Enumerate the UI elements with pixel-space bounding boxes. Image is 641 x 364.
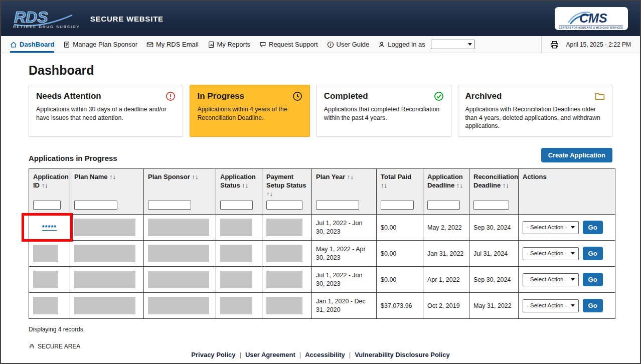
nav-item-my-rds-email[interactable]: My RDS Email (146, 36, 199, 53)
redacted-value (148, 271, 209, 288)
filter-total-paid-input[interactable] (381, 201, 414, 210)
application-id-link[interactable]: ***** (42, 224, 57, 231)
card-description: Applications with Reconciliation Deadlin… (465, 105, 605, 130)
nav-item-user-guide[interactable]: User Guide (327, 36, 370, 53)
footer-link-accessibility[interactable]: Accessibility (305, 351, 345, 358)
sort-icon[interactable]: ↑↓ (266, 190, 273, 198)
column-header-total-paid[interactable]: Total Paid ↑↓ (377, 168, 423, 199)
clipboard-icon (63, 41, 70, 48)
filter-plan-sponsor-input[interactable] (148, 201, 191, 210)
sort-icon[interactable]: ↑↓ (503, 181, 509, 189)
action-select[interactable]: - Select Action - (523, 299, 579, 312)
table-row: Jan 1, 2020 - Dec 31, 2020 $37,073.96 Oc… (29, 293, 615, 319)
redacted-value (266, 297, 302, 314)
redacted-value (33, 271, 58, 288)
card-in-progress[interactable]: In Progress Applications within 4 years … (190, 85, 309, 137)
column-header-application-deadline[interactable]: Application Deadline ↑↓ (423, 168, 469, 199)
column-header-application-id[interactable]: Application ID ↑↓ (29, 168, 70, 199)
support-icon (259, 41, 266, 48)
filter-application-status-input[interactable] (220, 201, 253, 210)
footer-separator: | (299, 351, 301, 358)
cell-reconciliation-deadline: Sep 30, 2024 (469, 267, 519, 293)
home-icon (10, 41, 17, 48)
filter-payment-setup-status-input[interactable] (266, 201, 302, 210)
column-label: Reconciliation Deadline (473, 173, 518, 189)
sort-icon[interactable]: ↑↓ (456, 181, 463, 189)
column-label: Application Status (220, 173, 256, 189)
column-label: Total Paid (381, 173, 411, 180)
cell-payment-setup-status (262, 267, 312, 293)
nav-item-label: Request Support (269, 41, 318, 48)
cell-application-id: ***** (29, 215, 70, 241)
column-header-reconciliation-deadline[interactable]: Reconciliation Deadline ↑↓ (469, 168, 519, 199)
cell-reconciliation-deadline: Sep 30, 2024 (469, 215, 519, 241)
cell-plan-name (70, 241, 144, 267)
cell-application-status (216, 215, 262, 241)
nav-bar: DashBoard Manage Plan Sponsor My RDS Ema… (1, 36, 640, 53)
redacted-value (220, 297, 252, 314)
redacted-value (220, 219, 252, 236)
footer-link-user-agreement[interactable]: User Agreement (245, 351, 295, 358)
column-header-payment-setup-status[interactable]: Payment Setup Status ↑↓ (262, 168, 312, 199)
filter-application-deadline-input[interactable] (427, 201, 460, 210)
caret-down-icon (571, 304, 575, 307)
action-select[interactable]: - Select Action - (523, 273, 579, 286)
filter-plan-year-input[interactable] (316, 201, 359, 210)
cell-payment-setup-status (262, 241, 312, 267)
report-icon (208, 41, 215, 48)
printer-icon[interactable] (550, 40, 559, 49)
action-select[interactable]: - Select Action - (523, 221, 579, 234)
nav-item-my-reports[interactable]: My Reports (208, 36, 250, 53)
go-button[interactable]: Go (583, 273, 603, 286)
go-button[interactable]: Go (583, 221, 603, 234)
action-select[interactable]: - Select Action - (523, 247, 579, 260)
action-select-value: - Select Action - (527, 302, 567, 310)
go-button[interactable]: Go (583, 299, 603, 312)
nav-item-request-support[interactable]: Request Support (259, 36, 318, 53)
filter-reconciliation-deadline-input[interactable] (473, 201, 509, 210)
redacted-value (33, 297, 58, 314)
redacted-value (266, 271, 302, 288)
card-archived[interactable]: Archived Applications with Reconciliatio… (458, 85, 612, 137)
card-description: Applications within 30 days of a deadlin… (36, 105, 176, 122)
card-description: Applications within 4 years of the Recon… (197, 105, 302, 122)
footer-link-vulnerability-disclosure-policy[interactable]: Vulnerability Disclosure Policy (355, 351, 450, 358)
redacted-value (266, 219, 302, 236)
column-header-plan-year[interactable]: Plan Year ↑↓ (312, 168, 377, 199)
cms-tagline: CENTERS FOR MEDICARE & MEDICAID SERVICES (559, 26, 623, 29)
nav-item-manage-plan-sponsor[interactable]: Manage Plan Sponsor (63, 36, 137, 53)
sort-icon[interactable]: ↑↓ (192, 173, 198, 180)
column-header-plan-name[interactable]: Plan Name ↑↓ (70, 168, 144, 199)
filter-application-id-input[interactable] (33, 201, 61, 210)
sort-icon[interactable]: ↑↓ (381, 181, 387, 189)
nav-item-dashboard[interactable]: DashBoard (10, 36, 54, 53)
sort-icon[interactable]: ↑↓ (242, 181, 248, 189)
sort-icon[interactable]: ↑↓ (42, 181, 48, 189)
go-button[interactable]: Go (583, 247, 603, 260)
footer-link-privacy-policy[interactable]: Privacy Policy (191, 351, 235, 358)
filter-plan-name-input[interactable] (74, 201, 117, 210)
card-completed[interactable]: Completed Applications that completed Re… (316, 85, 451, 137)
cell-application-status (216, 241, 262, 267)
person-icon (378, 41, 385, 48)
redacted-value (266, 245, 302, 262)
create-application-button[interactable]: Create Application (541, 148, 612, 162)
sort-icon[interactable]: ↑↓ (109, 173, 116, 180)
cell-plan-sponsor (144, 293, 216, 319)
logged-in-user-select[interactable] (431, 40, 475, 49)
cell-plan-year: Jul 1, 2022 - Jun 30, 2023 (312, 215, 377, 241)
cell-application-id (29, 241, 70, 267)
redacted-value (220, 271, 252, 288)
cell-total-paid: $0.00 (377, 215, 423, 241)
card-needs-attention[interactable]: Needs Attention Applications within 30 d… (29, 85, 183, 137)
cell-total-paid: $0.00 (377, 267, 423, 293)
sort-icon[interactable]: ↑↓ (347, 173, 354, 180)
column-header-plan-sponsor[interactable]: Plan Sponsor ↑↓ (144, 168, 216, 199)
nav-item-label: My RDS Email (156, 41, 199, 48)
table-row: Jul 1, 2022 - Jun 30, 2023 $0.00 Apr 1, … (29, 267, 615, 293)
card-title: Completed (324, 91, 368, 101)
column-header-application-status[interactable]: Application Status ↑↓ (216, 168, 262, 199)
redacted-value (74, 297, 135, 314)
cell-plan-sponsor (144, 267, 216, 293)
cell-payment-setup-status (262, 215, 312, 241)
